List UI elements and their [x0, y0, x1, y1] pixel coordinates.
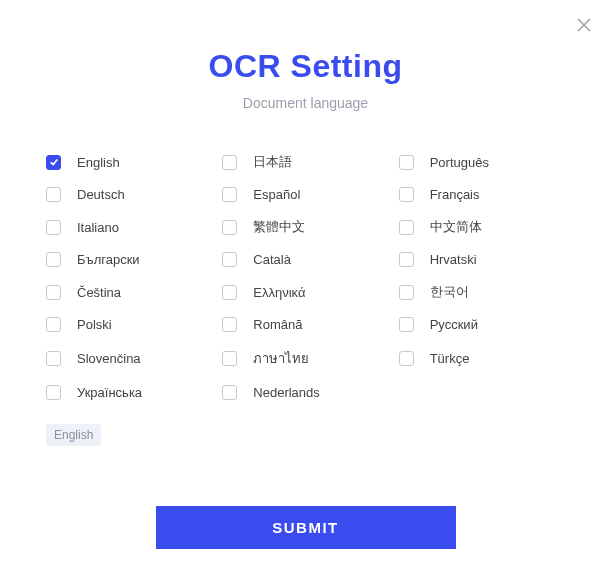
- close-button[interactable]: [577, 18, 591, 32]
- language-label: ภาษาไทย: [253, 348, 309, 369]
- language-checkbox[interactable]: [399, 155, 414, 170]
- language-option[interactable]: Português: [399, 153, 565, 171]
- language-option[interactable]: Slovenčina: [46, 348, 212, 369]
- language-checkbox[interactable]: [399, 187, 414, 202]
- language-label: 中文简体: [430, 218, 482, 236]
- language-label: Français: [430, 187, 480, 202]
- language-option[interactable]: Română: [222, 317, 388, 332]
- language-checkbox[interactable]: [399, 220, 414, 235]
- language-option[interactable]: English: [46, 153, 212, 171]
- language-option[interactable]: ภาษาไทย: [222, 348, 388, 369]
- language-label: Türkçe: [430, 351, 470, 366]
- language-checkbox[interactable]: [222, 317, 237, 332]
- language-label: Italiano: [77, 220, 119, 235]
- language-label: Română: [253, 317, 302, 332]
- language-label: 한국어: [430, 283, 469, 301]
- language-option[interactable]: 日本語: [222, 153, 388, 171]
- language-label: 繁體中文: [253, 218, 305, 236]
- language-checkbox[interactable]: [46, 187, 61, 202]
- language-label: Slovenčina: [77, 351, 141, 366]
- dialog-title: OCR Setting: [0, 48, 611, 85]
- language-label: Català: [253, 252, 291, 267]
- language-checkbox[interactable]: [399, 252, 414, 267]
- language-option[interactable]: Čeština: [46, 283, 212, 301]
- language-checkbox[interactable]: [46, 317, 61, 332]
- language-label: Ελληνικά: [253, 285, 305, 300]
- language-option[interactable]: Nederlands: [222, 385, 388, 400]
- language-checkbox[interactable]: [222, 155, 237, 170]
- language-option[interactable]: 繁體中文: [222, 218, 388, 236]
- language-option[interactable]: Українська: [46, 385, 212, 400]
- language-checkbox[interactable]: [222, 220, 237, 235]
- language-option[interactable]: Español: [222, 187, 388, 202]
- language-checkbox[interactable]: [399, 351, 414, 366]
- language-label: Nederlands: [253, 385, 320, 400]
- language-checkbox[interactable]: [46, 351, 61, 366]
- language-option[interactable]: 한국어: [399, 283, 565, 301]
- language-label: Hrvatski: [430, 252, 477, 267]
- language-option[interactable]: Polski: [46, 317, 212, 332]
- dialog-subtitle: Document language: [0, 95, 611, 111]
- close-icon: [577, 18, 591, 32]
- language-option[interactable]: 中文简体: [399, 218, 565, 236]
- language-label: Čeština: [77, 285, 121, 300]
- language-option[interactable]: Català: [222, 252, 388, 267]
- language-label: Български: [77, 252, 140, 267]
- language-label: English: [77, 155, 120, 170]
- language-option[interactable]: Türkçe: [399, 348, 565, 369]
- language-option[interactable]: Русский: [399, 317, 565, 332]
- dialog-header: OCR Setting Document language: [0, 0, 611, 111]
- language-checkbox[interactable]: [222, 385, 237, 400]
- language-checkbox[interactable]: [222, 285, 237, 300]
- language-option[interactable]: Deutsch: [46, 187, 212, 202]
- submit-button[interactable]: SUBMIT: [156, 506, 456, 549]
- language-label: Deutsch: [77, 187, 125, 202]
- language-grid: English日本語PortuguêsDeutschEspañolFrançai…: [0, 111, 611, 400]
- selected-language-tag: English: [46, 424, 101, 446]
- language-checkbox[interactable]: [399, 285, 414, 300]
- language-checkbox[interactable]: [46, 252, 61, 267]
- language-option[interactable]: Български: [46, 252, 212, 267]
- language-checkbox[interactable]: [399, 317, 414, 332]
- language-label: 日本語: [253, 153, 292, 171]
- language-checkbox[interactable]: [222, 187, 237, 202]
- language-label: Español: [253, 187, 300, 202]
- language-checkbox[interactable]: [222, 252, 237, 267]
- language-label: Polski: [77, 317, 112, 332]
- language-checkbox[interactable]: [46, 220, 61, 235]
- language-checkbox[interactable]: [222, 351, 237, 366]
- language-label: Português: [430, 155, 489, 170]
- language-checkbox[interactable]: [46, 285, 61, 300]
- language-option[interactable]: Hrvatski: [399, 252, 565, 267]
- language-option[interactable]: Français: [399, 187, 565, 202]
- language-label: Русский: [430, 317, 478, 332]
- language-checkbox[interactable]: [46, 385, 61, 400]
- language-option[interactable]: Ελληνικά: [222, 283, 388, 301]
- language-option[interactable]: Italiano: [46, 218, 212, 236]
- language-label: Українська: [77, 385, 142, 400]
- language-checkbox[interactable]: [46, 155, 61, 170]
